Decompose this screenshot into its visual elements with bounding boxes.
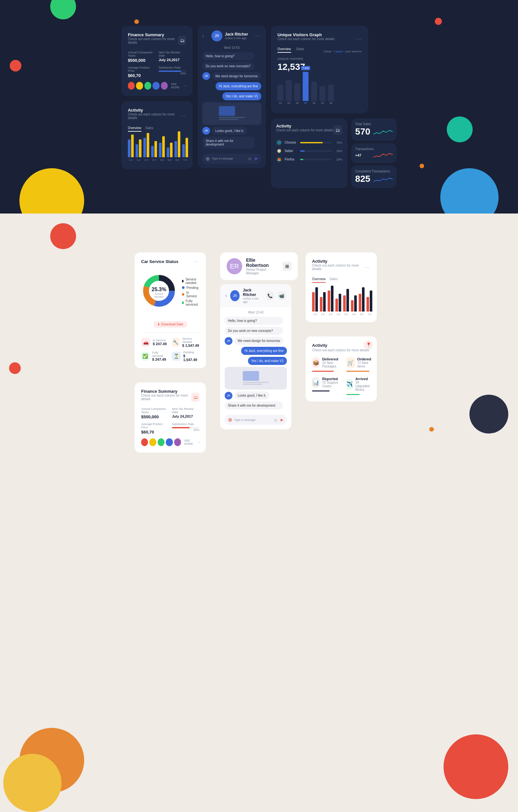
finance-light-title: Finance Summary (141, 389, 191, 394)
profile-options-icon[interactable]: ⊞ (283, 262, 291, 271)
chat-emoji-icon[interactable]: ☺ (248, 156, 252, 161)
visitors-more[interactable]: ··· (356, 36, 362, 41)
msg-image-svg (217, 105, 246, 122)
review-date-stat: Next Tax Review Date July 24,2017 (159, 51, 186, 63)
delivery-reported-header: 📊 Reported 72 Support Cases (312, 377, 341, 388)
download-icon: ⬇ (157, 322, 160, 326)
al-more[interactable]: ··· (364, 265, 371, 270)
al-tab-sales[interactable]: Sales (330, 277, 338, 283)
chat-emoji-icon-light[interactable]: ☺ (273, 417, 278, 423)
video-icon[interactable]: 📹 (277, 291, 286, 300)
al-bar-col-1: 1.4 (312, 287, 318, 316)
v-bar-col-2: 25 (286, 80, 292, 105)
completed-transactions-card: Completed Transactions 825 (351, 166, 397, 188)
avatar-5 (161, 82, 168, 90)
safari-pct: 15% (334, 149, 342, 153)
phone-icon[interactable]: 📞 (266, 291, 275, 300)
al-bar-dark-6 (354, 295, 357, 312)
period-7days[interactable]: 7 DAYS (334, 50, 343, 53)
chat-avatar-dark: JR (211, 30, 222, 41)
dark-mid-col: ‹ JR Jack Ritcher Active 2 min ago ··· W… (198, 26, 266, 168)
arrived-title: Arrived (355, 377, 374, 381)
jack-back-btn[interactable]: ‹ (225, 293, 227, 298)
delivery-item-ordered: 🛒 Ordered 72 New Items (347, 357, 374, 372)
bar-label-5: 4.4 (160, 158, 163, 162)
visitors-tabs: Overview Sales (277, 47, 304, 53)
price-stat: Average Product Price $60,70 (128, 66, 155, 78)
chat-input-row-light[interactable]: ⊕ Type a message ☺ ➤ (225, 415, 287, 425)
see-more-link[interactable]: SEE MORE › (171, 83, 186, 89)
chat-send-icon-light[interactable]: ➤ (280, 417, 283, 423)
period-today[interactable]: TODAY (323, 50, 332, 53)
arrived-count: 34 Upgraded Boxes (355, 381, 374, 392)
svc-info-4: Pending $ 1,547.49 (183, 351, 199, 362)
fl-annual-label: Annual Companies Taxes (141, 407, 169, 414)
activity-dark-header: Activity Check out each column for more … (128, 108, 186, 124)
al-tab-overview[interactable]: Overview (312, 277, 326, 283)
tab-overview-dark[interactable]: Overview (128, 126, 141, 132)
browser-chrome: 🌐 Chrome 72% (276, 140, 342, 146)
tab-sales-dark[interactable]: Sales (145, 126, 154, 132)
chat-input-row-dark[interactable]: ⊕ Type a message ☺ ➤ (202, 154, 261, 164)
chat-add-icon-light[interactable]: ⊕ (228, 417, 232, 423)
legend-label-2: Pending (187, 286, 198, 290)
donut-pct: 25.3% (150, 287, 168, 292)
v-bar-lbl-3: 26 (296, 102, 299, 105)
msg-image-dark (202, 102, 261, 125)
visitors-tab-overview[interactable]: Overview (277, 47, 291, 53)
finance-light-stats-row1: Annual Companies Taxes $500,000 Next Tax… (141, 407, 199, 419)
delivered-bar (312, 371, 334, 372)
lmsg-4: Hi Jack, everything are fine (241, 347, 287, 355)
fl-avatar-1 (141, 438, 148, 446)
chat-add-icon[interactable]: ⊕ (206, 155, 210, 162)
chat-send-icon[interactable]: ➤ (254, 156, 258, 161)
fl-price-value: $60,70 (141, 430, 169, 434)
annual-value: $500,000 (128, 58, 155, 63)
deco-teal (447, 116, 473, 142)
finance-light-title-wrap: Finance Summary Check out each column fo… (141, 389, 191, 405)
svg-rect-11 (243, 382, 269, 383)
fl-see-more[interactable]: SEE MORE › (184, 439, 199, 445)
chat-input-dark[interactable]: Type a message (212, 157, 246, 160)
visitors-subtitle: Check out each column for more details (277, 37, 334, 41)
car-service-more[interactable]: ··· (194, 259, 199, 264)
deco-orange-bottom (419, 164, 424, 168)
reported-icon: 📊 (312, 377, 320, 387)
fl-avatar-5 (174, 438, 181, 446)
avatar-1 (128, 82, 135, 90)
chat-input-light[interactable]: Type a message (234, 418, 271, 422)
chat-back-btn[interactable]: ‹ (202, 33, 204, 38)
bar-label-1: 1.4 (129, 158, 132, 162)
al-title-wrap: Activity Check out each column for more … (312, 259, 364, 275)
bar-blue-2 (136, 144, 138, 157)
period-lastmonth[interactable]: LAST MONTH (345, 50, 361, 53)
total-sales-label: Total Sales (355, 122, 393, 126)
browser-safari: 🧭 Safari 15% (276, 148, 342, 154)
finance-stats-row2: Average Product Price $60,70 Satisfactio… (128, 66, 186, 78)
v-bar-col-7: 30 (328, 85, 334, 105)
visitors-tab-sales[interactable]: Sales (296, 47, 304, 53)
bar-group-4 (151, 141, 157, 157)
firefox-name: Firefox (284, 157, 298, 161)
chat-user-info-dark: Jack Ritcher Active 2 min ago (225, 32, 248, 40)
al-bar-dark-3 (331, 286, 333, 312)
visitors-title-wrap: Unique Visitors Graph Check out each col… (277, 32, 334, 45)
al-bar-red-6 (351, 300, 354, 312)
chat-more-dark[interactable]: ··· (255, 33, 261, 38)
al-bar-red-7 (359, 294, 361, 312)
svg-rect-10 (243, 371, 259, 381)
activity-dark-more[interactable]: ··· (180, 113, 186, 118)
v-bar-lbl-5: 28 (312, 102, 315, 105)
download-btn[interactable]: ⬇ Download Date (154, 321, 187, 328)
al-bar-dark-4 (339, 294, 341, 312)
finance-light-icon: 🗂 (191, 393, 199, 402)
arrived-icon: ✈️ (347, 379, 353, 389)
bar-col-2: 1.4 (136, 139, 141, 162)
legend-service-needed: Service needed (182, 278, 199, 285)
visitors-tabs-row: Overview Sales TODAY 7 DAYS LAST MONTH (277, 47, 362, 56)
light-mid-col: ER Ellie Robertson Senior Project Manage… (220, 252, 298, 429)
fl-review-value: July 24,2017 (172, 414, 199, 418)
al-bar-lbl-8: 7.4 (367, 313, 371, 316)
chat-messages-light: Hello, how is going? Do you work on new … (225, 317, 287, 411)
v-bar-1 (277, 85, 283, 101)
